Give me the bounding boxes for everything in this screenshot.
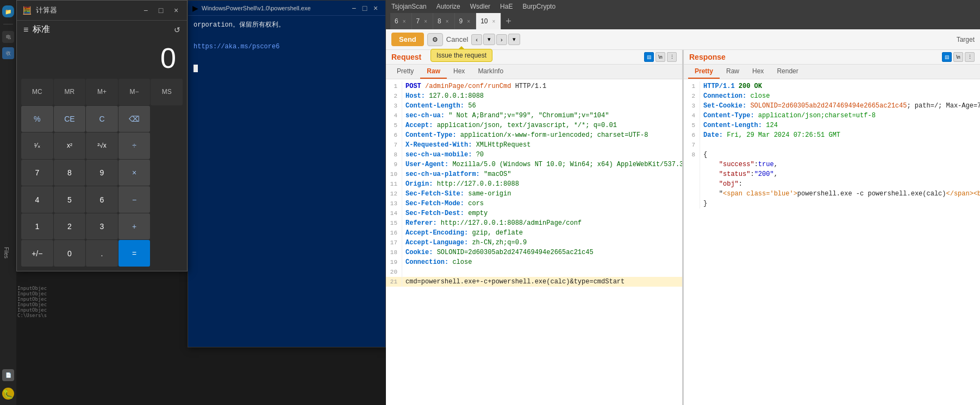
resp-icon-more[interactable]: ⋮ [965, 52, 975, 62]
dock-item-bug[interactable]: 🐛 [2, 388, 14, 400]
req-icon-wrap[interactable]: ▤ [644, 52, 654, 62]
resp-icon-nl[interactable]: \n [953, 52, 963, 62]
resp-icon-wrap[interactable]: ▤ [942, 52, 952, 62]
calc-btn-equals[interactable]: = [118, 240, 151, 267]
calc-btn-percent[interactable]: % [21, 106, 53, 132]
tab-7[interactable]: 7 × [412, 13, 434, 29]
calc-btn-sqrt[interactable]: ²√x [86, 132, 118, 159]
req-icon-nl[interactable]: \n [656, 52, 665, 62]
calc-maximize[interactable]: □ [155, 5, 166, 16]
ps-maximize[interactable]: □ [359, 3, 370, 14]
calc-btn-7[interactable]: 7 [21, 160, 53, 186]
calc-titlebar: 🧮 计算器 − □ × [17, 1, 187, 21]
resp-tab-pretty[interactable]: Pretty [688, 65, 720, 79]
calc-btn-0[interactable]: 0 [54, 240, 86, 267]
calc-btn-4[interactable]: 4 [21, 186, 53, 213]
calc-minimize[interactable]: − [140, 5, 151, 16]
calc-buttons: MC MR M+ M− MS % CE C ⌫ ¹⁄ₓ x² ²√x ÷ 7 8… [17, 74, 187, 271]
calc-btn-ms[interactable]: MS [151, 79, 183, 105]
nav-down2-btn[interactable]: ▾ [508, 34, 520, 45]
dock-item-app1[interactable]: 电 [2, 31, 14, 43]
response-panel: Response ▤ \n ⋮ Pretty Raw Hex Render 1 … [684, 50, 980, 405]
calc-btn-3[interactable]: 3 [86, 213, 118, 240]
calc-btn-sq[interactable]: x² [54, 132, 86, 159]
req-line-18: 18 Cookie: SOLONID=2d60305ab2d247469494e… [386, 248, 682, 257]
menu-wsdler[interactable]: Wsdler [470, 3, 490, 10]
dock-item-files[interactable]: 📄 [2, 369, 14, 381]
calc-btn-mminus[interactable]: M− [118, 79, 151, 105]
req-line-1: 1 POST /adminPage/conf/runCmd HTTP/1.1 [386, 81, 682, 91]
calc-btn-div[interactable]: ÷ [118, 132, 151, 159]
dock-item-app2[interactable]: 收 [2, 47, 14, 59]
cancel-button[interactable]: Cancel [446, 35, 468, 43]
send-button[interactable]: Send [391, 33, 424, 46]
calc-btn-sign[interactable]: +/− [21, 240, 53, 267]
dock-item-finder[interactable]: 📁 [2, 5, 14, 17]
req-line-6: 6 Content-Type: application/x-www-form-u… [386, 130, 682, 140]
tab-10-close[interactable]: × [492, 18, 495, 24]
req-tab-markinfo[interactable]: MarkInfo [471, 65, 510, 79]
resp-line-8: 8 { [684, 150, 980, 160]
calc-btn-1[interactable]: 1 [21, 213, 53, 240]
menu-hae[interactable]: HaE [500, 3, 513, 10]
calc-btn-mr[interactable]: MR [54, 79, 86, 105]
request-code-area[interactable]: 1 POST /adminPage/conf/runCmd HTTP/1.1 2… [386, 79, 682, 405]
calc-btn-mc[interactable]: MC [21, 79, 53, 105]
ps-line-2 [193, 31, 380, 41]
burp-tab-bar: 6 × 7 × 8 × 9 × 10 × + [386, 13, 980, 29]
calc-history-btn[interactable]: ↺ [174, 26, 180, 34]
tab-8[interactable]: 8 × [433, 13, 455, 29]
resp-line-9: "success":true, [684, 160, 980, 169]
req-tab-raw[interactable]: Raw [420, 65, 447, 79]
calc-btn-5[interactable]: 5 [54, 186, 86, 213]
menu-autorize[interactable]: Autorize [436, 3, 460, 10]
calc-menu-icon[interactable]: ≡ [23, 25, 28, 35]
tab-7-close[interactable]: × [424, 18, 427, 24]
nav-down-btn[interactable]: ▾ [483, 34, 495, 45]
calc-btn-ce[interactable]: CE [54, 106, 86, 132]
calc-btn-sub[interactable]: − [118, 186, 151, 213]
calc-btn-9[interactable]: 9 [86, 160, 118, 186]
calc-btn-6[interactable]: 6 [86, 186, 118, 213]
calc-btn-c[interactable]: C [86, 106, 118, 132]
calc-btn-2[interactable]: 2 [54, 213, 86, 240]
tab-8-close[interactable]: × [446, 18, 449, 24]
req-tab-pretty[interactable]: Pretty [390, 65, 420, 79]
tab-9[interactable]: 9 × [455, 13, 477, 29]
tab-add-btn[interactable]: + [501, 16, 516, 27]
nav-right-btn[interactable]: › [496, 34, 507, 45]
nav-left-btn[interactable]: ‹ [471, 34, 482, 45]
ps-minimize[interactable]: − [348, 3, 359, 14]
response-code-area[interactable]: 1 HTTP/1.1 200 OK 2 Connection: close 3 … [684, 79, 980, 405]
tab-6[interactable]: 6 × [390, 13, 412, 29]
resp-tab-render[interactable]: Render [770, 65, 804, 79]
calc-btn-dot[interactable]: . [86, 240, 118, 267]
calc-btn-add[interactable]: + [118, 213, 151, 240]
settings-button[interactable]: ⚙ [427, 33, 443, 46]
powershell-titlebar: ▶ WindowsPowerShell\v1.0\powershell.exe … [188, 1, 385, 16]
calculator-window: 🧮 计算器 − □ × ≡ 标准 ↺ 0 MC MR M+ M− MS % CE… [16, 0, 188, 271]
req-line-17: 17 Accept-Language: zh-CN,zh;q=0.9 [386, 238, 682, 248]
calc-btn-8[interactable]: 8 [54, 160, 86, 186]
req-icon-more[interactable]: ⋮ [667, 52, 677, 62]
resp-tab-hex[interactable]: Hex [746, 65, 770, 79]
calc-btn-mul[interactable]: × [118, 160, 151, 186]
ps-close[interactable]: × [370, 3, 381, 14]
calc-btn-backspace[interactable]: ⌫ [118, 106, 151, 132]
tab-9-close[interactable]: × [467, 18, 470, 24]
menu-tsjojan[interactable]: TsjojanScan [391, 3, 427, 10]
calc-btn-inv[interactable]: ¹⁄ₓ [21, 132, 53, 159]
req-tab-hex[interactable]: Hex [447, 65, 471, 79]
resp-tab-raw[interactable]: Raw [720, 65, 746, 79]
calc-close[interactable]: × [171, 5, 182, 16]
ps-line-1: orporation。保留所有权利。 [193, 20, 380, 30]
tab-10[interactable]: 10 × [476, 13, 501, 29]
calc-btn-empty6 [151, 240, 183, 267]
tab-6-close[interactable]: × [403, 18, 406, 24]
calc-btn-mplus[interactable]: M+ [86, 79, 118, 105]
tooltip-issue-request: Issue the request [430, 49, 492, 62]
mac-dock: 📁 电 收 📄 🐛 [0, 0, 16, 405]
menu-burpcrypto[interactable]: BurpCrypto [522, 3, 555, 10]
label-path: C:\Users\s [17, 313, 47, 318]
resp-line-13: } [684, 199, 980, 208]
